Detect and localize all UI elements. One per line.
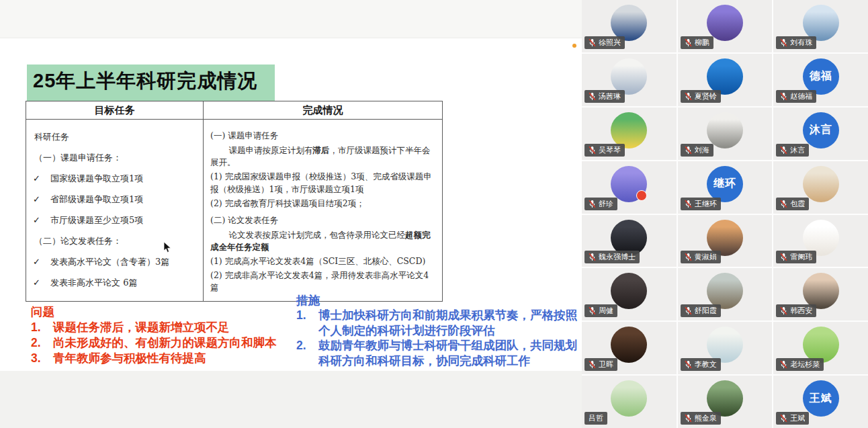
mic-muted-icon (589, 38, 596, 47)
check-icon: ✓ (33, 215, 50, 225)
target-task-text: （二）论文发表任务： (34, 235, 122, 247)
mic-muted-icon (589, 200, 596, 208)
target-task-row: ✓发表非高水平论文 6篇 (33, 277, 196, 289)
participant-tile[interactable]: 卫晖 (582, 322, 677, 374)
mic-muted-icon (685, 38, 692, 47)
mic-muted-icon (780, 146, 787, 155)
mic-muted-icon (589, 253, 596, 261)
participant-tile[interactable]: 老坛杉菜 (773, 322, 868, 374)
completion-line: (一) 课题申请任务 (210, 130, 435, 142)
participant-avatar (611, 112, 647, 148)
mic-muted-icon (780, 253, 787, 261)
participant-name-tag: 王继环 (681, 198, 721, 210)
participant-tile[interactable]: 舒阳霞 (678, 268, 773, 320)
participant-name-tag: 舒珍 (584, 198, 617, 210)
participant-name: 老坛杉菜 (790, 359, 820, 370)
participant-tile[interactable]: 吴琴琴 (582, 108, 677, 160)
table-header-target: 目标任务 (26, 101, 203, 120)
target-task-text: 省部级课题争取立项1项 (50, 194, 143, 206)
participant-name-tag: 徐照兴 (584, 36, 625, 49)
participant-name-tag: 李教文 (681, 358, 721, 371)
participant-name: 柳鹏 (695, 38, 709, 48)
participant-avatar (803, 166, 839, 202)
participant-panel: 徐照兴柳鹏刘有珠汤茜琳夏贤铃德福赵德福吴琴琴刘海沐言沐言舒珍继环王继环包霞魏永强… (582, 0, 868, 428)
target-task-row: ✓发表高水平论文（含专著）3篇 (33, 256, 196, 268)
measure-text: 鼓励青年教师与博士科研骨干组成团队，共同规划科研方向和科研目标，协同完成科研工作 (318, 338, 588, 368)
check-icon: ✓ (33, 173, 50, 183)
participant-name: 刘海 (695, 145, 709, 155)
target-task-text: 发表非高水平论文 6篇 (50, 277, 137, 289)
participant-tile[interactable]: 德福赵德福 (773, 54, 868, 106)
completion-text: 课题申请按原定计划有 (229, 145, 313, 155)
measure-item: 1.博士加快科研方向和前期成果积累节奏，严格按照个人制定的科研计划进行阶段评估 (296, 308, 588, 338)
participant-tile[interactable]: 雷阑玮 (773, 215, 868, 267)
participant-name: 黄淑娟 (695, 252, 717, 262)
participant-avatar: 继环 (707, 166, 743, 202)
measure-item: 2.鼓励青年教师与博士科研骨干组成团队，共同规划科研方向和科研目标，协同完成科研… (296, 338, 588, 368)
participant-name: 雷阑玮 (790, 252, 812, 262)
participant-tile[interactable]: 熊金泉 (678, 376, 773, 428)
target-task-row: 科研任务 (34, 131, 196, 143)
participant-tile[interactable]: 黄淑娟 (678, 215, 773, 267)
participant-tile[interactable]: 刘海 (678, 108, 773, 160)
participant-name-tag: 刘有珠 (776, 36, 816, 49)
participant-name-tag: 吕哲 (584, 412, 607, 425)
participant-name-tag: 包霞 (776, 198, 809, 210)
participant-name-tag: 吴琴琴 (584, 144, 625, 157)
completion-text: 滞后 (313, 145, 330, 155)
completion-line: (1) 完成国家级课题申报（校级推送）3项、完成省级课题申报（校级推送）1项，市… (210, 171, 435, 195)
problem-item: 2.尚未形成好的、有创新力的课题方向和脚本 (31, 335, 303, 351)
completion-text: (2) 完成省教育厅科技课题项目结项2项； (210, 198, 365, 208)
target-task-row: ✓市厅级课题至少立项5项 (33, 214, 196, 226)
target-task-text: 国家级课题争取立项1项 (50, 173, 143, 185)
participant-tile[interactable]: 王斌王斌 (773, 376, 868, 428)
problem-text: 青年教师参与积极性有待提高 (53, 351, 303, 366)
mic-muted-icon (780, 306, 787, 315)
completion-line: (1) 完成高水平论文发表4篇（SCI三区、北核心、CSCD) (210, 255, 435, 267)
participant-tile[interactable]: 韩西安 (773, 268, 868, 320)
participant-tile[interactable]: 柳鹏 (678, 0, 773, 52)
mic-muted-icon (685, 253, 692, 261)
shared-screen: 25年上半年科研完成情况 目标任务 科研任务（一）课题申请任务：✓国家级课题争取… (0, 0, 582, 428)
participant-avatar (803, 327, 839, 363)
participant-tile[interactable]: 徐照兴 (582, 0, 677, 52)
participant-name-tag: 王斌 (776, 412, 809, 425)
check-icon: ✓ (33, 194, 50, 204)
participant-tile[interactable]: 夏贤铃 (678, 54, 773, 106)
mic-muted-icon (589, 92, 596, 101)
problems-list: 1.课题任务滞后，课题新增立项不足2.尚未形成好的、有创新力的课题方向和脚本3.… (31, 320, 303, 366)
participant-tile[interactable]: 刘有珠 (773, 0, 868, 52)
check-icon: ✓ (33, 277, 50, 288)
slide-title: 25年上半年科研完成情况 (27, 65, 275, 101)
participant-avatar (611, 58, 647, 95)
participant-name: 吴琴琴 (599, 145, 621, 155)
measures-block: 措施 1.博士加快科研方向和前期成果积累节奏，严格按照个人制定的科研计划进行阶段… (296, 293, 588, 368)
participant-name: 汤茜琳 (599, 91, 621, 101)
participant-tile[interactable]: 沐言沐言 (773, 108, 868, 160)
meeting-window: 25年上半年科研完成情况 目标任务 科研任务（一）课题申请任务：✓国家级课题争取… (0, 0, 868, 428)
participant-avatar: 德福 (803, 58, 839, 95)
participant-avatar (707, 112, 743, 148)
participant-name: 夏贤铃 (695, 91, 717, 101)
participant-tile[interactable]: 魏永强博士 (582, 215, 677, 267)
participant-tile[interactable]: 继环王继环 (678, 161, 773, 214)
participant-name-tag: 汤茜琳 (584, 90, 625, 103)
participant-tile[interactable]: 舒珍 (582, 161, 677, 214)
research-table: 目标任务 科研任务（一）课题申请任务：✓国家级课题争取立项1项✓省部级课题争取立… (26, 101, 443, 302)
mic-muted-icon (685, 414, 692, 423)
participant-name-tag: 韩西安 (776, 304, 816, 317)
participant-name-tag: 魏永强博士 (584, 251, 640, 263)
mic-muted-icon (589, 360, 596, 369)
participant-name-tag: 周健 (584, 304, 617, 317)
participant-tile[interactable]: 吕哲 (582, 376, 677, 428)
participant-tile[interactable]: 周健 (582, 268, 677, 320)
problems-block: 问题 1.课题任务滞后，课题新增立项不足2.尚未形成好的、有创新力的课题方向和脚… (31, 304, 303, 366)
participant-tile[interactable]: 包霞 (773, 161, 868, 214)
participant-tile[interactable]: 李教文 (678, 322, 773, 374)
target-task-row: ✓省部级课题争取立项1项 (33, 194, 196, 206)
measure-number: 2. (296, 338, 318, 368)
completion-text: (二) 论文发表任务 (210, 215, 278, 225)
problem-item: 3.青年教师参与积极性有待提高 (31, 351, 303, 366)
participant-tile[interactable]: 汤茜琳 (582, 54, 677, 106)
completion-status-cell: (一) 课题申请任务课题申请按原定计划有滞后，市厅级课题预计下半年会展开。(1)… (204, 120, 442, 302)
